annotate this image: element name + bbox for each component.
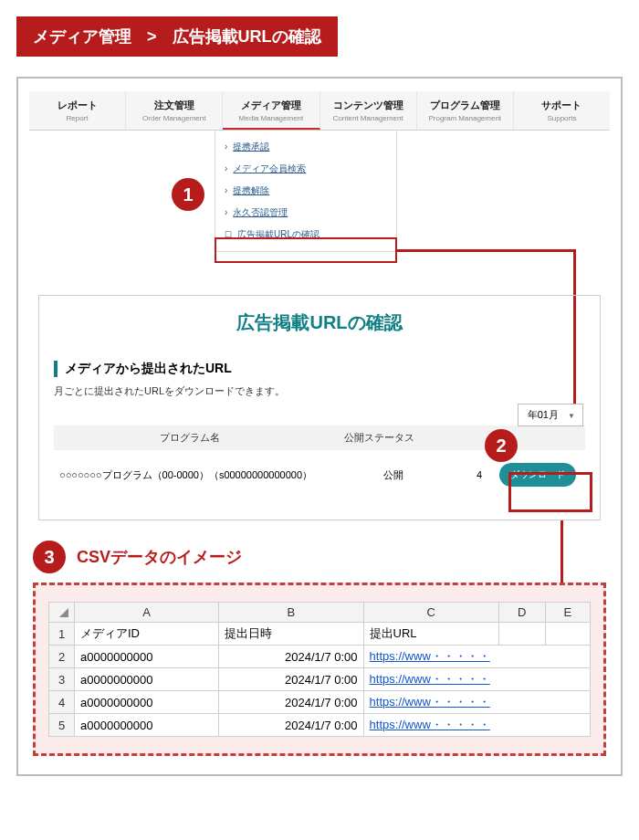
tab-label-en: Supports [516, 114, 608, 122]
cell [545, 623, 590, 646]
cell-link[interactable]: https://www・・・・・ [363, 646, 590, 668]
cell: 2024/1/7 0:00 [219, 714, 363, 737]
csv-row: 4 a0000000000 2024/1/7 0:00 https://www・… [49, 691, 591, 714]
tab-label-en: Media Management [225, 114, 317, 122]
month-select[interactable]: 年01月 [518, 404, 583, 426]
dd-item-search[interactable]: メディア会員検索 [225, 158, 387, 180]
tab-content[interactable]: コンテンツ管理 Content Management [320, 91, 417, 130]
col-A: A [75, 603, 219, 623]
csv-block: 3 CSVデータのイメージ A B C D E 1 メディアID 提出日時 提出… [29, 541, 610, 756]
tab-support[interactable]: サポート Supports [514, 91, 610, 130]
csv-row: 2 a0000000000 2024/1/7 0:00 https://www・… [49, 646, 591, 668]
cell-link[interactable]: https://www・・・・・ [363, 668, 590, 691]
dd-item-adurl[interactable]: 広告掲載URLの確認 [225, 224, 387, 246]
csv-frame: A B C D E 1 メディアID 提出日時 提出URL 2 a0000000… [33, 583, 606, 756]
tab-label-jp: コンテンツ管理 [322, 99, 414, 112]
cell: a0000000000 [75, 646, 219, 668]
badge-3: 3 [33, 541, 66, 573]
cell: 2024/1/7 0:00 [219, 646, 363, 668]
page-title: 広告掲載URLの確認 [54, 310, 585, 335]
cell: 提出日時 [219, 623, 363, 646]
csv-sheet: A B C D E 1 メディアID 提出日時 提出URL 2 a0000000… [48, 602, 591, 737]
sheet-corner-icon [49, 603, 75, 623]
tab-label-jp: 注文管理 [128, 99, 220, 112]
cell: メディアID [75, 623, 219, 646]
cell: a0000000000 [75, 668, 219, 691]
cell-link[interactable]: https://www・・・・・ [363, 714, 590, 737]
rownum: 4 [49, 691, 75, 714]
breadcrumb: メディア管理 > 広告掲載URLの確認 [16, 16, 338, 57]
tab-label-en: Report [31, 114, 123, 122]
col-C: C [363, 603, 498, 623]
media-dropdown: 提携承認 メディア会員検索 提携解除 永久否認管理 広告掲載URLの確認 [215, 131, 397, 252]
dropdown-wrap: 提携承認 メディア会員検索 提携解除 永久否認管理 広告掲載URLの確認 1 [29, 131, 610, 295]
cell-link[interactable]: https://www・・・・・ [363, 691, 590, 714]
td-program: ○○○○○○○プログラム（00-0000）（s00000000000000） [54, 468, 351, 482]
tab-label-en: Program Management [419, 114, 511, 122]
rownum: 1 [49, 623, 75, 646]
col-E: E [545, 603, 590, 623]
th-program: プログラム名 [54, 431, 327, 445]
tab-label-en: Content Management [322, 114, 414, 122]
cell: a0000000000 [75, 691, 219, 714]
section-head: メディアから提出されたURL [54, 361, 585, 377]
csv-row: 1 メディアID 提出日時 提出URL [49, 623, 591, 646]
breadcrumb-a: メディア管理 [33, 27, 131, 46]
th-status: 公開ステータス [327, 431, 433, 445]
cell [498, 623, 545, 646]
dd-item-approve[interactable]: 提携承認 [225, 136, 387, 158]
dd-item-cancel[interactable]: 提携解除 [225, 180, 387, 202]
csv-row: 5 a0000000000 2024/1/7 0:00 https://www・… [49, 714, 591, 737]
arrow-1h [397, 249, 575, 252]
tab-label-jp: プログラム管理 [419, 99, 511, 112]
cell: a0000000000 [75, 714, 219, 737]
tab-report[interactable]: レポート Report [29, 91, 126, 130]
rownum: 5 [49, 714, 75, 737]
tab-label-jp: サポート [516, 99, 608, 112]
csv-label: CSVデータのイメージ [77, 546, 242, 568]
breadcrumb-b: 広告掲載URLの確認 [173, 27, 321, 46]
cell: 2024/1/7 0:00 [219, 691, 363, 714]
tab-label-jp: メディア管理 [225, 99, 317, 112]
rownum: 2 [49, 646, 75, 668]
col-B: B [219, 603, 363, 623]
breadcrumb-sep: > [147, 27, 157, 46]
tab-label-en: Order Management [128, 114, 220, 122]
td-count: 4 [436, 469, 489, 480]
tab-label-jp: レポート [31, 99, 123, 112]
cell: 2024/1/7 0:00 [219, 668, 363, 691]
badge-1: 1 [172, 178, 204, 211]
td-status: 公開 [351, 468, 436, 482]
csv-row: 3 a0000000000 2024/1/7 0:00 https://www・… [49, 668, 591, 691]
outer-frame: レポート Report 注文管理 Order Management メディア管理… [16, 77, 623, 776]
main-panel: 広告掲載URLの確認 メディアから提出されたURL 月ごとに提出されたURLをダ… [38, 295, 601, 520]
cell: 提出URL [363, 623, 498, 646]
topnav: レポート Report 注文管理 Order Management メディア管理… [29, 91, 610, 131]
download-button[interactable]: ダウンロード [499, 463, 576, 487]
month-select-value: 年01月 [528, 409, 559, 420]
col-D: D [498, 603, 545, 623]
tab-order[interactable]: 注文管理 Order Management [126, 91, 223, 130]
tab-media[interactable]: メディア管理 Media Management [223, 91, 320, 130]
dd-item-deny[interactable]: 永久否認管理 [225, 202, 387, 224]
rownum: 3 [49, 668, 75, 691]
section-desc: 月ごとに提出されたURLをダウンロードできます。 [54, 384, 585, 398]
badge-2: 2 [485, 429, 518, 462]
tab-program[interactable]: プログラム管理 Program Management [417, 91, 514, 130]
